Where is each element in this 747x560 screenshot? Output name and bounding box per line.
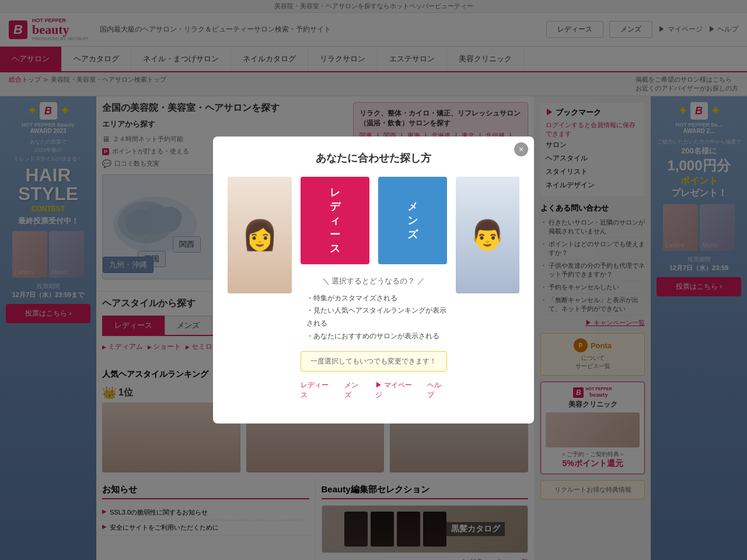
man-placeholder: 👨 [456,177,520,293]
modal-close-button[interactable]: × [514,142,528,156]
modal-link-help[interactable]: ヘルプ [427,380,446,400]
modal-man-image: 👨 [456,177,520,293]
modal-links: レディース メンズ ▶ マイページ ヘルプ [301,380,447,400]
lady-placeholder: 👩 [228,177,292,293]
modal-images: 👩 レディース メンズ ＼ 選択するとどうなるの？ ／ 特集がカスタマイズされる… [228,177,519,400]
modal-title: あなたに合わせた探し方 [228,151,519,165]
modal-lady-image: 👩 [228,177,292,293]
modal-link-mypage[interactable]: ▶ マイページ [375,380,416,400]
benefit-1: 特集がカスタマイズされる [301,292,447,305]
modal: × あなたに合わせた探し方 👩 レディース メンズ ＼ 選択するとどうなるの？ … [213,136,534,424]
modal-link-mens[interactable]: メンズ [344,380,364,400]
benefit-2: 見たい人気ヘアスタイルランキングが表示される [301,304,447,330]
modal-overlay[interactable]: × あなたに合わせた探し方 👩 レディース メンズ ＼ 選択するとどうなるの？ … [0,0,747,560]
modal-center-content: レディース メンズ ＼ 選択するとどうなるの？ ／ 特集がカスタマイズされる 見… [292,177,456,400]
modal-benefits: 特集がカスタマイズされる 見たい人気ヘアスタイルランキングが表示される あなたに… [301,292,447,342]
benefit-3: あなたにおすすめのサロンが表示される [301,330,447,343]
modal-subtitle: ＼ 選択するとどうなるの？ ／ [301,276,447,286]
modal-gender-buttons: レディース メンズ [301,177,447,264]
modal-link-ladies[interactable]: レディース [301,380,333,400]
modal-note: 一度選択してもいつでも変更できます！ [301,351,447,372]
modal-mens-button[interactable]: メンズ [378,177,447,264]
modal-ladies-button[interactable]: レディース [301,177,369,264]
